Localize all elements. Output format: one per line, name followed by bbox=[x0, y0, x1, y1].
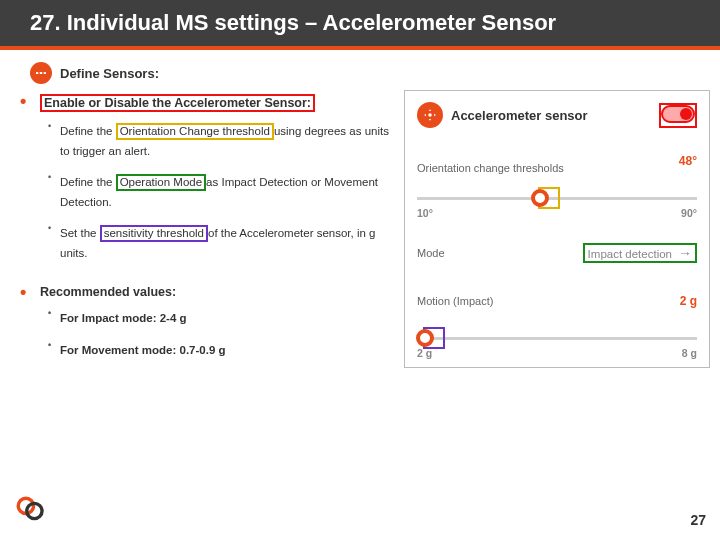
brand-logo bbox=[14, 494, 48, 528]
slider-orientation[interactable]: 10° 90° bbox=[417, 183, 697, 217]
highlight-mode-value: Impact detection→ bbox=[583, 243, 697, 263]
slider-min: 2 g bbox=[417, 347, 432, 359]
bullet-recommended-values: Recommended values: bbox=[14, 281, 396, 305]
label-orientation-threshold: Orientation change thresholds bbox=[417, 162, 564, 174]
sensor-define-icon bbox=[30, 62, 52, 84]
highlight-yellow: Orientation Change threshold bbox=[116, 123, 274, 140]
label-motion: Motion (Impact) bbox=[417, 295, 493, 307]
step-row: Define Sensors: bbox=[0, 50, 720, 90]
phone-screenshot: Accelerometer sensor Orientation change … bbox=[404, 90, 710, 368]
step-label: Define Sensors: bbox=[60, 66, 159, 81]
slider-motion[interactable]: 2 g 8 g bbox=[417, 323, 697, 357]
slider-min: 10° bbox=[417, 207, 433, 219]
slide-title: 27. Individual MS settings – Acceleromet… bbox=[30, 10, 556, 36]
highlight-toggle bbox=[659, 103, 697, 128]
highlight-motion-knob bbox=[423, 327, 445, 349]
page-number: 27 bbox=[690, 512, 706, 528]
bullet-sensitivity-threshold: Set the sensitivity threshold of the Acc… bbox=[14, 220, 396, 271]
chevron-right-icon: → bbox=[678, 245, 692, 261]
bullet-impact-range: For Impact mode: 2-4 g bbox=[14, 305, 396, 337]
highlight-red: Enable or Disable the Accelerometer Sens… bbox=[40, 94, 315, 112]
bullet-enable-disable: Enable or Disable the Accelerometer Sens… bbox=[14, 90, 396, 118]
highlight-green: Operation Mode bbox=[116, 174, 206, 191]
slider-max: 90° bbox=[681, 207, 697, 219]
slide-header: 27. Individual MS settings – Acceleromet… bbox=[0, 0, 720, 46]
mode-select[interactable]: Impact detection bbox=[588, 248, 672, 260]
highlight-violet: sensitivity threshold bbox=[100, 225, 208, 242]
bullet-movement-range: For Movement mode: 0.7-0.9 g bbox=[14, 337, 396, 369]
instructions-column: Enable or Disable the Accelerometer Sens… bbox=[14, 90, 396, 368]
enable-toggle[interactable] bbox=[661, 105, 695, 123]
svg-rect-3 bbox=[36, 73, 46, 74]
value-motion: 2 g bbox=[680, 294, 697, 308]
accelerometer-icon bbox=[417, 102, 443, 128]
value-orientation-threshold: 48° bbox=[679, 154, 697, 168]
slider-knob-icon bbox=[531, 189, 549, 207]
phone-sensor-title: Accelerometer sensor bbox=[451, 108, 588, 123]
slider-knob-icon bbox=[416, 329, 434, 347]
highlight-orientation-knob bbox=[538, 187, 560, 209]
bullet-orientation-threshold: Define the Orientation Change threshold … bbox=[14, 118, 396, 169]
slider-max: 8 g bbox=[682, 347, 697, 359]
label-mode: Mode bbox=[417, 247, 445, 259]
bullet-operation-mode: Define the Operation Mode as Impact Dete… bbox=[14, 169, 396, 220]
svg-point-4 bbox=[428, 113, 432, 117]
